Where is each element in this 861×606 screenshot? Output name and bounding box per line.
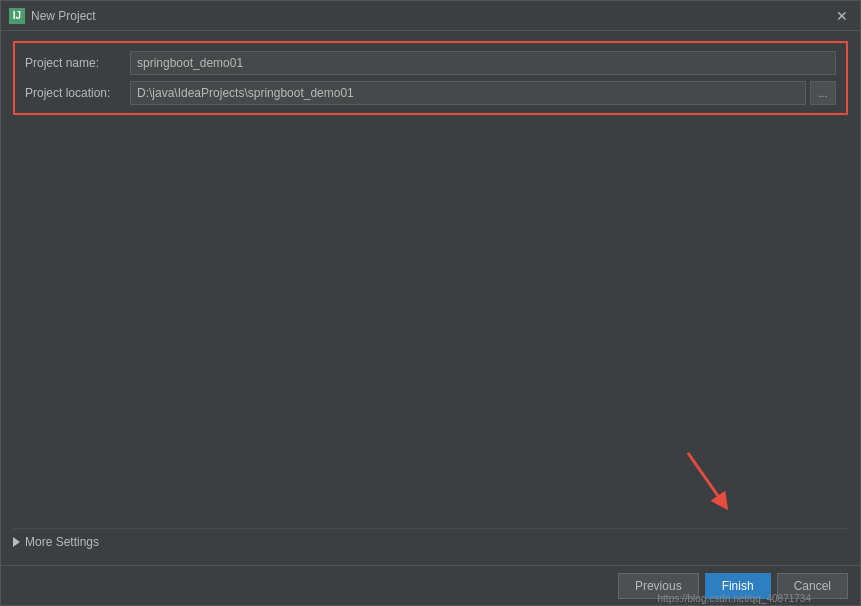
more-settings-toggle[interactable]: More Settings bbox=[13, 535, 99, 549]
project-name-row: Project name: bbox=[25, 51, 836, 75]
app-icon: IJ bbox=[9, 8, 25, 24]
project-name-label: Project name: bbox=[25, 56, 130, 70]
cancel-button[interactable]: Cancel bbox=[777, 573, 848, 599]
svg-line-0 bbox=[688, 453, 723, 503]
previous-button[interactable]: Previous bbox=[618, 573, 699, 599]
content-spacer bbox=[13, 125, 848, 448]
bottom-bar: Previous Finish Cancel bbox=[1, 565, 860, 605]
more-settings-row: More Settings bbox=[13, 528, 848, 555]
browse-button[interactable]: ... bbox=[810, 81, 836, 105]
more-settings-label: More Settings bbox=[25, 535, 99, 549]
project-location-label: Project location: bbox=[25, 86, 130, 100]
arrow-annotation bbox=[13, 448, 848, 528]
arrow-icon bbox=[668, 448, 748, 518]
expand-icon bbox=[13, 537, 20, 547]
main-content: Project name: Project location: ... bbox=[1, 31, 860, 565]
project-location-row: Project location: ... bbox=[25, 81, 836, 105]
window-title: New Project bbox=[31, 9, 832, 23]
finish-button[interactable]: Finish bbox=[705, 573, 771, 599]
title-bar: IJ New Project ✕ bbox=[1, 1, 860, 31]
project-location-input[interactable] bbox=[130, 81, 806, 105]
project-form-box: Project name: Project location: ... bbox=[13, 41, 848, 115]
close-button[interactable]: ✕ bbox=[832, 6, 852, 26]
project-name-input[interactable] bbox=[130, 51, 836, 75]
new-project-window: IJ New Project ✕ Project name: Project l… bbox=[0, 0, 861, 606]
